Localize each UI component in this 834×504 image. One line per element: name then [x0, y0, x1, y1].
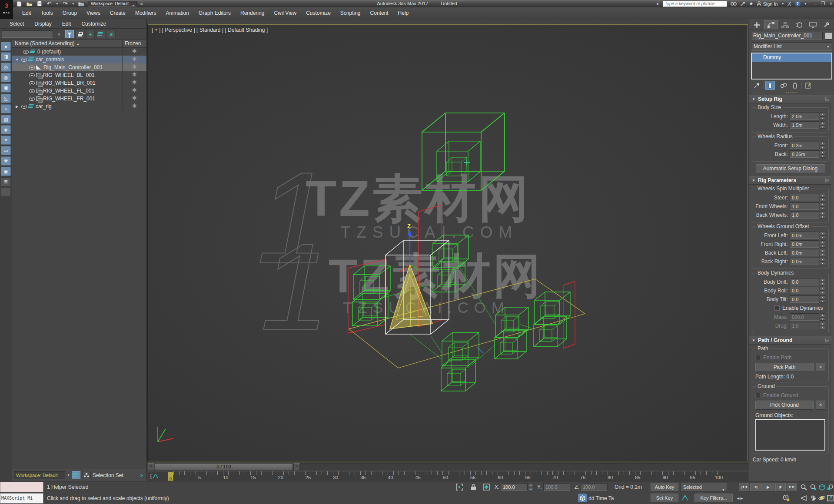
perspective-viewport[interactable]: [ + ] [ Perspective ] [ Standard ] [ Def…: [148, 24, 748, 461]
width-field[interactable]: 1.5m: [790, 121, 819, 129]
body-roll-spinner[interactable]: ▲▼: [820, 287, 825, 294]
display-geometry-icon[interactable]: ◨: [1, 52, 11, 61]
body-drift-spinner[interactable]: ▲▼: [820, 278, 825, 285]
back-left-spinner[interactable]: ▲▼: [820, 249, 825, 256]
layer-manager-icon[interactable]: [72, 471, 80, 479]
y-coordinate-field[interactable]: 100.0: [543, 483, 570, 491]
back-right-spinner[interactable]: ▲▼: [820, 258, 825, 265]
back-wheels-spinner[interactable]: ▲▼: [820, 211, 825, 219]
object-color-swatch[interactable]: [825, 32, 832, 40]
maxscript-mini-listener-pink[interactable]: [0, 482, 43, 492]
favorites-icon[interactable]: ★: [749, 1, 754, 7]
pick-ground-button[interactable]: Pick Ground: [755, 401, 814, 410]
show-end-result-icon[interactable]: [765, 81, 775, 90]
help-icon[interactable]: ?: [795, 1, 801, 7]
steer-spinner[interactable]: ▲▼: [820, 194, 825, 201]
modifier-stack[interactable]: Dummy: [751, 53, 832, 80]
time-slider-track[interactable]: [300, 463, 748, 470]
body-tilt-field[interactable]: 0.0: [790, 295, 819, 303]
visibility-eye-icon[interactable]: [23, 50, 29, 54]
menu-content[interactable]: Content: [365, 7, 393, 19]
menu-views[interactable]: Views: [82, 7, 105, 19]
zoom-icon[interactable]: [799, 483, 808, 491]
add-time-tag-label[interactable]: dd Time Ta: [588, 493, 614, 504]
frozen-toggle[interactable]: ✱: [122, 79, 146, 87]
search-icon[interactable]: [731, 1, 737, 7]
open-file-icon[interactable]: [26, 1, 33, 7]
display-helpers-icon[interactable]: ◺: [1, 94, 11, 103]
tree-row-wheel-fr[interactable]: RIG_WHEEL_FR_001 ✱: [12, 95, 146, 103]
next-frame-button[interactable]: >: [293, 463, 300, 470]
clear-search-icon[interactable]: ×: [55, 30, 63, 38]
expand-collapse-icon[interactable]: ▶: [14, 105, 20, 109]
rollouts-scroll-area[interactable]: ▼ Setup Rig Body Size Length: 2.0m ▲▼ Wi…: [749, 95, 834, 481]
display-lights-icon[interactable]: ◍: [1, 73, 11, 82]
play-button[interactable]: ►: [761, 483, 774, 491]
body-tilt-spinner[interactable]: ▲▼: [820, 295, 825, 303]
go-to-end-button[interactable]: ►►|: [787, 483, 797, 491]
explorer-menu-display[interactable]: Display: [29, 21, 56, 27]
enable-dynamics-checkbox[interactable]: [774, 305, 780, 311]
frozen-toggle[interactable]: ✱: [122, 95, 146, 103]
visibility-eye-icon[interactable]: [29, 81, 35, 85]
restore-button[interactable]: ❐: [821, 1, 825, 7]
explorer-menu-select[interactable]: Select: [4, 21, 29, 27]
minimize-button[interactable]: –: [814, 1, 817, 7]
isolate-selection-icon[interactable]: [455, 483, 464, 491]
project-folder-icon[interactable]: [78, 1, 85, 7]
body-drift-field[interactable]: 0.0: [790, 278, 819, 285]
front-radius-field[interactable]: 0.3m: [790, 142, 819, 149]
lock-explorer-icon[interactable]: [76, 30, 84, 38]
menu-civil-view[interactable]: Civil View: [269, 7, 301, 19]
rollout-path-ground[interactable]: ▼ Path / Ground: [749, 336, 831, 345]
go-to-start-button[interactable]: |◄◄: [739, 483, 749, 491]
maximize-viewport-icon[interactable]: [825, 494, 834, 502]
display-spacewarps-icon[interactable]: ≈: [1, 104, 11, 113]
help-caret-icon[interactable]: ▼: [804, 2, 807, 5]
absolute-offset-mode-icon[interactable]: [482, 483, 491, 491]
display-cameras-icon[interactable]: ▣: [1, 83, 11, 93]
tree-row-wheel-br[interactable]: RIG_WHEEL_BR_001 ✱: [12, 79, 146, 87]
front-wheels-field[interactable]: 1.0: [790, 202, 819, 210]
length-field[interactable]: 2.0m: [790, 113, 819, 120]
menu-edit[interactable]: Edit: [17, 7, 36, 19]
visibility-eye-icon[interactable]: [29, 89, 35, 93]
object-name-field[interactable]: Rig_Main_Controller_001: [751, 32, 823, 40]
pan-hand-icon[interactable]: [808, 494, 818, 502]
visibility-eye-icon[interactable]: [29, 97, 35, 101]
tab-modify[interactable]: [764, 20, 778, 30]
pin-stack-icon[interactable]: [752, 81, 761, 90]
tab-hierarchy[interactable]: [778, 20, 792, 30]
zoom-region-icon[interactable]: [808, 483, 818, 491]
display-hidden-icon[interactable]: ◉: [1, 167, 11, 176]
frozen-toggle[interactable]: ✱: [122, 87, 146, 95]
frozen-toggle[interactable]: ✱: [122, 48, 146, 56]
front-wheels-spinner[interactable]: ▲▼: [820, 202, 825, 210]
auto-key-button[interactable]: Auto Key: [651, 483, 678, 491]
visibility-eye-icon[interactable]: [21, 58, 27, 62]
set-key-button[interactable]: Set Key: [651, 494, 678, 502]
exchange-store-icon[interactable]: X: [788, 1, 791, 7]
track-bar[interactable]: 0 51015202530354045505560657075808590951…: [148, 471, 748, 481]
length-spinner[interactable]: ▲▼: [820, 113, 825, 120]
menu-create[interactable]: Create: [105, 7, 130, 19]
ground-objects-list[interactable]: [755, 419, 825, 451]
front-left-field[interactable]: 0.0m: [790, 232, 819, 239]
visibility-eye-icon[interactable]: [29, 66, 35, 70]
zoom-extents-all-icon[interactable]: [825, 483, 834, 491]
add-to-selection-icon[interactable]: +: [86, 30, 95, 38]
schematic-view-icon[interactable]: [82, 471, 91, 479]
workspace-selector[interactable]: Workspace: Default ▼: [88, 1, 137, 7]
selection-set-expand-icon[interactable]: »: [140, 472, 143, 478]
pick-path-button[interactable]: Pick Path: [755, 363, 814, 372]
communication-center-icon[interactable]: [740, 1, 746, 7]
front-right-spinner[interactable]: ▲▼: [820, 240, 825, 248]
display-groups-icon[interactable]: ▧: [1, 115, 11, 124]
field-of-view-icon[interactable]: [799, 494, 808, 502]
visibility-eye-icon[interactable]: [21, 105, 27, 109]
back-left-field[interactable]: 0.0m: [790, 249, 819, 256]
workspace-selector-small[interactable]: Workspace: Default: [14, 471, 65, 479]
menu-rendering[interactable]: Rendering: [236, 7, 269, 19]
front-right-field[interactable]: 0.0m: [790, 240, 819, 248]
next-key-button[interactable]: |►: [775, 483, 786, 491]
